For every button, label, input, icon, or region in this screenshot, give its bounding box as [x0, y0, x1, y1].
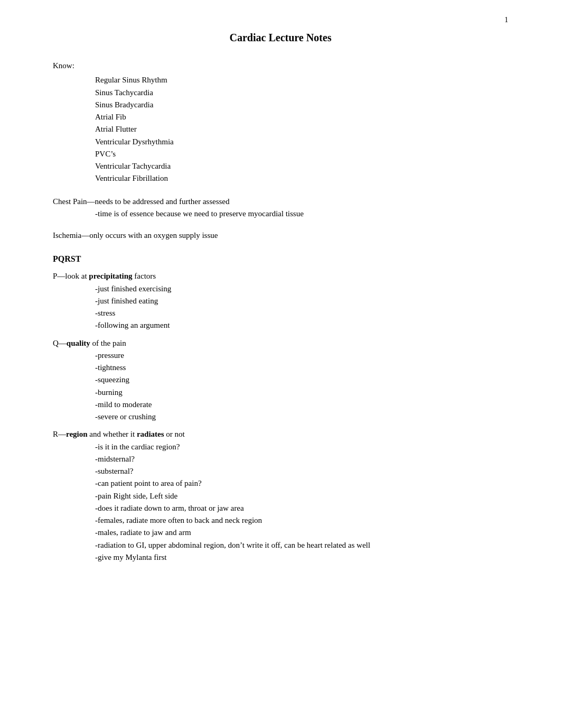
- chest-pain-section: Chest Pain—needs to be addressed and fur…: [53, 196, 508, 220]
- chest-pain-line1: Chest Pain—needs to be addressed and fur…: [53, 196, 508, 208]
- pqrst-p-sub-1: -just finished exercising: [95, 283, 508, 295]
- know-item-1: Regular Sinus Rhythm: [95, 74, 508, 86]
- pqrst-r-sub-4: -can patient point to area of pain?: [95, 477, 508, 490]
- know-item-6: Ventricular Dysrhythmia: [95, 136, 508, 148]
- pqrst-q-sub-3: -squeezing: [95, 374, 508, 386]
- know-items-list: Regular Sinus Rhythm Sinus Tachycardia S…: [95, 74, 508, 185]
- know-section: Know: Regular Sinus Rhythm Sinus Tachyca…: [53, 60, 508, 185]
- pqrst-r-sub-8: -males, radiate to jaw and arm: [95, 527, 508, 539]
- chest-pain-line2: -time is of essence because we need to p…: [95, 208, 508, 220]
- pqrst-p-sub-2: -just finished eating: [95, 295, 508, 307]
- pqrst-r-intro: R—region and whether it radiates or not: [53, 428, 508, 440]
- pqrst-r-sub-1: -is it in the cardiac region?: [95, 441, 508, 453]
- pqrst-r-sub-6: -does it radiate down to arm, throat or …: [95, 502, 508, 514]
- pqrst-r-sub-10: -give my Mylanta first: [95, 551, 508, 564]
- pqrst-p-sub-4: -following an argument: [95, 319, 508, 331]
- page-number: 1: [504, 16, 508, 24]
- pqrst-q-intro: Q—quality of the pain: [53, 337, 508, 349]
- know-item-3: Sinus Bradycardia: [95, 99, 508, 111]
- pqrst-r-bold1: region: [66, 430, 88, 438]
- pqrst-r-bold2: radiates: [137, 430, 164, 438]
- pqrst-q-suffix: of the pain: [90, 339, 126, 347]
- pqrst-q-item: Q—quality of the pain -pressure -tightne…: [53, 337, 508, 423]
- pqrst-r-dash: —: [58, 430, 66, 438]
- pqrst-p-item: P—look at precipitating factors -just fi…: [53, 270, 508, 331]
- pqrst-r-item: R—region and whether it radiates or not …: [53, 428, 508, 564]
- pqrst-q-subitems: -pressure -tightness -squeezing -burning…: [95, 349, 508, 423]
- ischemia-section: Ischemia—only occurs with an oxygen supp…: [53, 229, 508, 242]
- pqrst-p-suffix: factors: [133, 272, 156, 280]
- page: 1 Cardiac Lecture Notes Know: Regular Si…: [0, 0, 561, 728]
- pqrst-r-sub-5: -pain Right side, Left side: [95, 490, 508, 502]
- know-label: Know:: [53, 60, 508, 72]
- pqrst-p-subitems: -just finished exercising -just finished…: [95, 283, 508, 332]
- pqrst-r-suffix: or not: [164, 430, 185, 438]
- pqrst-r-subitems: -is it in the cardiac region? -midsterna…: [95, 441, 508, 564]
- pqrst-q-dash: —: [59, 339, 67, 347]
- pqrst-q-bold: quality: [67, 339, 90, 347]
- pqrst-q-sub-1: -pressure: [95, 349, 508, 362]
- pqrst-p-sub-3: -stress: [95, 307, 508, 319]
- pqrst-r-prefix: R: [53, 430, 58, 438]
- pqrst-q-sub-4: -burning: [95, 386, 508, 399]
- pqrst-p-dash: —look at: [57, 272, 89, 280]
- pqrst-q-sub-2: -tightness: [95, 362, 508, 374]
- pqrst-q-sub-5: -mild to moderate: [95, 399, 508, 411]
- pqrst-r-sub-9: -radiation to GI, upper abdominal region…: [95, 539, 508, 551]
- know-item-2: Sinus Tachycardia: [95, 87, 508, 99]
- pqrst-r-middle: and whether it: [88, 430, 137, 438]
- know-item-7: PVC’s: [95, 148, 508, 160]
- know-item-9: Ventricular Fibrillation: [95, 172, 508, 185]
- pqrst-q-prefix: Q: [53, 339, 59, 347]
- page-title: Cardiac Lecture Notes: [53, 32, 508, 44]
- know-item-8: Ventricular Tachycardia: [95, 160, 508, 172]
- know-item-4: Atrial Fib: [95, 111, 508, 123]
- ischemia-text: Ischemia—only occurs with an oxygen supp…: [53, 229, 508, 242]
- pqrst-header: PQRST: [53, 254, 508, 264]
- pqrst-p-intro: P—look at precipitating factors: [53, 270, 508, 282]
- pqrst-r-sub-2: -midsternal?: [95, 453, 508, 465]
- know-item-5: Atrial Flutter: [95, 123, 508, 135]
- pqrst-q-sub-6: -severe or crushing: [95, 411, 508, 423]
- pqrst-p-bold: precipitating: [89, 272, 132, 280]
- pqrst-r-sub-7: -females, radiate more often to back and…: [95, 514, 508, 527]
- pqrst-r-sub-3: -substernal?: [95, 465, 508, 477]
